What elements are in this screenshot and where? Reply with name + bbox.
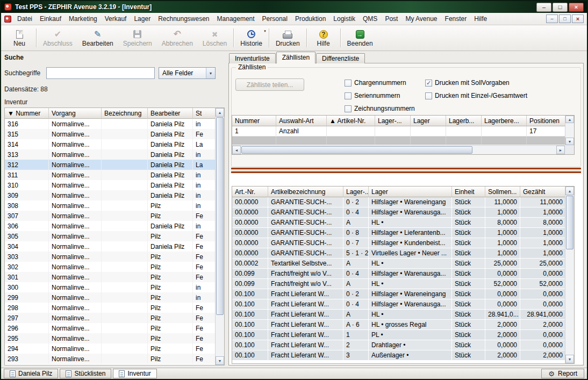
- inventur-row[interactable]: 296Normalinve...PilzFe: [5, 323, 216, 333]
- inventur-row[interactable]: 299Normalinve...Pilzin: [5, 292, 216, 303]
- column-header[interactable]: ▼ Nummer: [5, 108, 49, 119]
- menu-item[interactable]: Lager: [130, 13, 154, 24]
- column-header[interactable]: Positionen: [527, 116, 566, 126]
- inventur-row[interactable]: 303Normalinve...PilzFe: [5, 252, 216, 262]
- column-header[interactable]: Lager-...: [375, 116, 411, 126]
- checkbox-chargennummern[interactable]: Chargennummern: [345, 79, 406, 87]
- menu-item[interactable]: Marketing: [65, 13, 101, 24]
- checkbox-zeichnungsnummern[interactable]: Zeichnungsnummern: [345, 105, 415, 112]
- column-header[interactable]: Nummer: [232, 116, 276, 126]
- scroll-thumb[interactable]: [216, 117, 224, 315]
- vertical-scrollbar[interactable]: ▲ ▼: [565, 116, 574, 145]
- inventur-row[interactable]: 307Normalinve...PilzFe: [5, 211, 216, 221]
- status-tab[interactable]: Inventur: [113, 369, 156, 378]
- inventur-row[interactable]: 298Normalinve...PilzFe: [5, 303, 216, 313]
- inventur-row[interactable]: 311Normalinve...Daniela Pilzin: [5, 170, 216, 180]
- zaehlliste-position-row[interactable]: 00.099Fracht/freight w/o V...AHL •Stück5…: [232, 279, 566, 289]
- column-header[interactable]: Lager-...: [343, 187, 369, 197]
- zaehlliste-position-row[interactable]: 00.100Fracht Lieferant W...1PL •Stück2,0…: [232, 330, 566, 340]
- column-header[interactable]: Einheit: [452, 187, 485, 197]
- scroll-left-icon[interactable]: ◄: [232, 146, 241, 154]
- inventur-row[interactable]: 312Normalinve...Daniela PilzLa: [5, 160, 216, 170]
- inventur-row[interactable]: 310Normalinve...Daniela Pilzin: [5, 180, 216, 190]
- inventur-row[interactable]: 314Normalinve...Daniela PilzLa: [5, 139, 216, 149]
- column-header[interactable]: Lager: [411, 116, 446, 126]
- splitter-handle[interactable]: [231, 168, 581, 173]
- inventur-row[interactable]: 300Normalinve...Pilzin: [5, 282, 216, 292]
- column-header[interactable]: Auswahl-Art: [276, 116, 327, 126]
- inventur-row[interactable]: 304Normalinve...Daniela PilzFe: [5, 241, 216, 252]
- field-filter-select[interactable]: Alle Felder ▼: [159, 67, 216, 79]
- column-header[interactable]: Gezählt: [520, 187, 566, 197]
- zaehlliste-position-row[interactable]: 00.100Fracht Lieferant W...0 · 4Hilfslag…: [232, 299, 566, 310]
- zaehlliste-position-row[interactable]: 00.100Fracht Lieferant W...0 · 2Hilfslag…: [232, 289, 566, 299]
- maximize-button[interactable]: □: [553, 3, 568, 12]
- menu-item[interactable]: Management: [213, 13, 259, 24]
- inventur-row[interactable]: 306Normalinve...Daniela Pilzin: [5, 221, 216, 231]
- vertical-scrollbar[interactable]: ▲ ▼: [565, 187, 574, 363]
- view-tab[interactable]: Differenzliste: [316, 53, 365, 63]
- menu-item[interactable]: Fenster: [441, 13, 471, 24]
- scroll-up-icon[interactable]: ▲: [565, 116, 574, 123]
- menu-item[interactable]: Hilfe: [470, 13, 491, 24]
- zaehlliste-position-row[interactable]: 00.100Fracht Lieferant W...2Drahtlager •…: [232, 340, 566, 350]
- mdi-close-button[interactable]: ×: [572, 15, 584, 23]
- checkbox-seriennummern[interactable]: Seriennummern: [345, 92, 400, 99]
- inventur-row[interactable]: 308Normalinve...Pilzin: [5, 200, 216, 211]
- checkbox-drucken-sollvorgaben[interactable]: Drucken mit SollVorgaben: [425, 79, 510, 87]
- scroll-up-icon[interactable]: ▲: [565, 187, 574, 195]
- zaehlliste-position-row[interactable]: 00.0000GARANTIE-SUCH-...0 · 2Hilfslager …: [232, 197, 566, 207]
- inventur-row[interactable]: 301Normalinve...PilzFe: [5, 272, 216, 282]
- column-header[interactable]: Bezeichnung: [102, 108, 148, 119]
- zaehlliste-position-row[interactable]: 00.099Fracht/freight w/o V...0 · 4Hilfsl…: [232, 269, 566, 279]
- menu-item[interactable]: QMS: [359, 13, 381, 24]
- column-header[interactable]: Sollmen...: [485, 187, 520, 197]
- inventur-row[interactable]: 297Normalinve...PilzFe: [5, 313, 216, 323]
- column-header[interactable]: ▲ Artikel-Nr.: [327, 116, 375, 126]
- status-tab[interactable]: Daniela Pilz: [4, 369, 58, 378]
- toolbar-button-bearbeiten[interactable]: ✎ Bearbeiten: [77, 26, 118, 49]
- status-tab[interactable]: Stücklisten: [60, 369, 111, 378]
- checkbox-drucken-einzel-gesamtwert[interactable]: Drucken mit Einzel-/Gesamtwert: [425, 92, 527, 99]
- inventur-row[interactable]: 316Normalinve...Daniela Pilzin: [5, 119, 216, 129]
- view-tab[interactable]: Inventurliste: [229, 53, 276, 63]
- inventur-row[interactable]: 305Normalinve...PilzFe: [5, 231, 216, 241]
- scroll-down-icon[interactable]: ▼: [565, 138, 574, 145]
- zaehlliste-position-row[interactable]: 00.0000GARANTIE-SUCH-...0 · 4Hilfslager …: [232, 207, 566, 218]
- search-input[interactable]: [46, 67, 155, 79]
- inventur-row[interactable]: 294Normalinve...PilzFe: [5, 343, 216, 354]
- close-button[interactable]: ×: [569, 3, 584, 12]
- minimize-button[interactable]: –: [536, 3, 551, 12]
- zaehlliste-position-row[interactable]: 00.0000GARANTIE-SUCH-...0 · 7Hilfslager …: [232, 238, 566, 248]
- menu-item[interactable]: Personal: [259, 13, 291, 24]
- column-header[interactable]: Vorgang: [49, 108, 102, 119]
- inventur-row[interactable]: 315Normalinve...Daniela PilzFe: [5, 129, 216, 139]
- column-header[interactable]: Lagerbere...: [482, 116, 527, 126]
- mdi-minimize-button[interactable]: –: [546, 15, 558, 23]
- toolbar-button-abbrechen[interactable]: ↶ Abbrechen: [157, 26, 198, 49]
- zaehlliste-position-row[interactable]: 00.0000GARANTIE-SUCH-...AHL •Stück8,0000…: [232, 218, 566, 228]
- zaehlliste-position-row[interactable]: 00.100Fracht Lieferant W...AHL •Stück28.…: [232, 310, 566, 320]
- inventur-row[interactable]: 309Normalinve...Daniela Pilzin: [5, 190, 216, 200]
- menu-item[interactable]: Logistik: [329, 13, 359, 24]
- toolbar-button-historie[interactable]: Historie ▼: [235, 26, 267, 49]
- menu-item[interactable]: My Avenue: [401, 13, 441, 24]
- menu-item[interactable]: Post: [381, 13, 401, 24]
- column-header[interactable]: Lager: [369, 187, 452, 197]
- scroll-right-icon[interactable]: ►: [556, 146, 565, 154]
- scroll-down-icon[interactable]: ▼: [216, 356, 224, 365]
- horizontal-scrollbar[interactable]: ◄ ►: [232, 145, 565, 154]
- menu-item[interactable]: Einkauf: [36, 13, 65, 24]
- report-button[interactable]: ⚙ Report: [541, 369, 584, 378]
- menu-item[interactable]: Verkauf: [101, 13, 131, 24]
- inventur-row[interactable]: 302Normalinve...PilzFe: [5, 262, 216, 272]
- toolbar-button-neu[interactable]: Neu: [4, 26, 34, 49]
- column-header[interactable]: Art.-Nr.: [232, 187, 268, 197]
- scroll-down-icon[interactable]: ▼: [565, 355, 574, 363]
- menu-item[interactable]: Produktion: [291, 13, 329, 24]
- toolbar-button-hilfe[interactable]: ? Hilfe: [309, 26, 339, 49]
- toolbar-button-abschluss[interactable]: ✔ Abschluss: [38, 26, 77, 49]
- inventur-row[interactable]: 295Normalinve...PilzFe: [5, 333, 216, 343]
- zaehlliste-position-row[interactable]: 00.0002Textartikel Selbstve...AHL •Stück…: [232, 259, 566, 269]
- vertical-scrollbar[interactable]: ▲ ▼: [215, 108, 224, 365]
